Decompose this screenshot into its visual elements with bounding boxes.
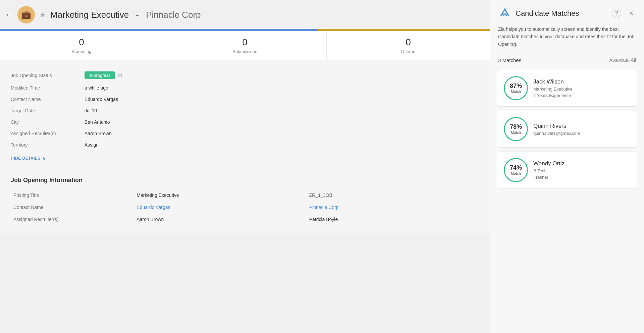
page-header: ← 💼 ★ Marketing Executive - Pinnacle Cor… xyxy=(0,0,490,29)
panel-title-area: Candidate Matches xyxy=(498,7,579,20)
stat-offered[interactable]: 0 Offered xyxy=(327,31,490,60)
job-info-title: Job Opening Information xyxy=(11,177,479,184)
field-modified-time: Modified Time a while ago xyxy=(11,82,479,94)
recruiter-value-info: Aaron Brown xyxy=(134,213,306,225)
candidate-detail-0-2: 2 Years Experience xyxy=(533,93,573,98)
page-title: Marketing Executive xyxy=(50,10,129,20)
right-panel: Candidate Matches ? × Zia helps you to a… xyxy=(490,0,644,333)
candidate-name-0: Jack Wilson xyxy=(533,78,573,85)
stat-submissions[interactable]: 0 Submissions xyxy=(163,31,327,60)
candidate-detail-2-2: Fresher xyxy=(533,175,565,180)
field-job-opening-status: Job Opening Status In-progress ⧉ xyxy=(11,68,479,82)
match-circle-2: 74% Match xyxy=(504,158,528,182)
table-row: Assigned Recruiter(s) Aaron Brown Patric… xyxy=(11,213,479,225)
posting-title-label: Posting Title xyxy=(11,189,134,201)
match-circle-0: 87% Match xyxy=(504,76,528,100)
field-recruiter: Assigned Recruiter(s) Aaron Brown xyxy=(11,128,479,139)
offered-number: 0 xyxy=(327,37,490,48)
field-label-target: Target Date xyxy=(11,108,85,113)
chevron-up-icon: ∧ xyxy=(42,156,46,161)
posting-title-code: ZR_1_JOB xyxy=(307,189,479,201)
table-row: Posting Title Marketing Executive ZR_1_J… xyxy=(11,189,479,201)
match-percent-0: 87% xyxy=(510,83,522,90)
candidate-card-0[interactable]: 87% Match Jack Wilson Marketing Executiv… xyxy=(497,70,637,107)
job-info-table: Posting Title Marketing Executive ZR_1_J… xyxy=(11,189,479,225)
candidate-card-1[interactable]: 78% Match Quinn Rivers quinn.rivers@gmai… xyxy=(497,111,637,148)
zia-icon xyxy=(498,7,512,20)
field-value-target: Jul 10 xyxy=(85,108,97,113)
field-value-contact: Eduardo Vargas xyxy=(85,97,118,102)
panel-actions: ? × xyxy=(612,9,636,18)
copy-icon[interactable]: ⧉ xyxy=(118,72,122,78)
company-separator: - xyxy=(133,10,141,20)
field-label-recruiter: Assigned Recruiter(s) xyxy=(11,131,85,136)
match-text-1: Match xyxy=(511,130,521,134)
close-button[interactable]: × xyxy=(627,9,636,18)
job-icon: 💼 xyxy=(17,6,35,23)
candidate-name-2: Wendy Ortiz xyxy=(533,160,565,167)
stat-screening[interactable]: 0 Screening xyxy=(0,31,163,60)
match-text-2: Match xyxy=(511,171,521,175)
details-section: Job Opening Status In-progress ⧉ Modifie… xyxy=(0,60,490,169)
star-icon[interactable]: ★ xyxy=(40,11,46,19)
candidate-detail-1-1: quinn.rivers@gmail.com xyxy=(533,131,580,136)
field-contact-name: Contact Name Eduardo Vargas xyxy=(11,94,479,105)
right-panel-title: Candidate Matches xyxy=(516,9,579,18)
match-percent-2: 74% xyxy=(510,165,522,171)
back-button[interactable]: ← xyxy=(5,10,13,19)
contact-name-value-info[interactable]: Eduardo Vargas xyxy=(134,201,306,213)
matches-count: 3 Matches xyxy=(498,57,521,63)
candidate-name-1: Quinn Rivers xyxy=(533,123,580,129)
screening-number: 0 xyxy=(0,37,163,48)
match-percent-1: 78% xyxy=(510,124,522,130)
hide-details-button[interactable]: HIDE DETAILS ∧ xyxy=(11,156,479,161)
assign-link[interactable]: Assign xyxy=(85,142,99,148)
candidate-info-0: Jack Wilson Marketing Executive 2 Years … xyxy=(533,78,573,98)
candidate-info-1: Quinn Rivers quinn.rivers@gmail.com xyxy=(533,123,580,136)
recruiter-label-info: Assigned Recruiter(s) xyxy=(11,213,134,225)
candidate-info-2: Wendy Ortiz B.Tech Fresher xyxy=(533,160,565,180)
job-info-section: Job Opening Information Posting Title Ma… xyxy=(0,169,490,233)
zia-description: Zia helps you to automatically screen an… xyxy=(490,25,644,53)
candidate-detail-0-1: Marketing Executive xyxy=(533,87,573,92)
field-label-contact: Contact Name xyxy=(11,97,85,102)
field-label-territory: Territory xyxy=(11,142,85,148)
progress-fill xyxy=(0,29,490,31)
table-row: Contact Name Eduardo Vargas Pinnacle Cor… xyxy=(11,201,479,213)
match-circle-1: 78% Match xyxy=(504,117,528,141)
field-label-city: City xyxy=(11,119,85,125)
posting-title-value: Marketing Executive xyxy=(134,189,306,201)
associate-all-button[interactable]: Associate All xyxy=(609,57,636,63)
match-text-0: Match xyxy=(511,90,521,94)
screening-label: Screening xyxy=(0,49,163,54)
field-label-modified: Modified Time xyxy=(11,85,85,91)
status-badge: In-progress xyxy=(85,71,115,79)
field-territory: Territory Assign xyxy=(11,139,479,151)
field-target-date: Target Date Jul 10 xyxy=(11,105,479,116)
offered-label: Offered xyxy=(327,49,490,54)
recruiter-code-info: Patricia Boyle xyxy=(307,213,479,225)
field-value-modified: a while ago xyxy=(85,85,108,91)
candidate-detail-2-1: B.Tech xyxy=(533,168,565,173)
company-name: Pinnacle Corp xyxy=(146,10,201,20)
field-city: City San Antonio xyxy=(11,116,479,128)
field-value-recruiter: Aaron Brown xyxy=(85,131,112,136)
help-button[interactable]: ? xyxy=(612,9,621,18)
svg-point-0 xyxy=(504,8,506,10)
contact-company-info[interactable]: Pinnacle Corp xyxy=(307,201,479,213)
right-panel-header: Candidate Matches ? × xyxy=(490,0,644,25)
stats-row: 0 Screening 0 Submissions 0 Offered xyxy=(0,31,490,60)
submissions-label: Submissions xyxy=(163,49,326,54)
matches-header: 3 Matches Associate All xyxy=(490,53,644,67)
contact-name-label-info: Contact Name xyxy=(11,201,134,213)
submissions-number: 0 xyxy=(163,37,326,48)
progress-bar xyxy=(0,29,490,31)
field-value-city: San Antonio xyxy=(85,119,110,125)
field-label-status: Job Opening Status xyxy=(11,73,85,78)
candidate-cards: 87% Match Jack Wilson Marketing Executiv… xyxy=(490,67,644,191)
candidate-card-2[interactable]: 74% Match Wendy Ortiz B.Tech Fresher xyxy=(497,152,637,188)
hide-details-label: HIDE DETAILS xyxy=(11,156,40,161)
left-panel: ← 💼 ★ Marketing Executive - Pinnacle Cor… xyxy=(0,0,490,333)
